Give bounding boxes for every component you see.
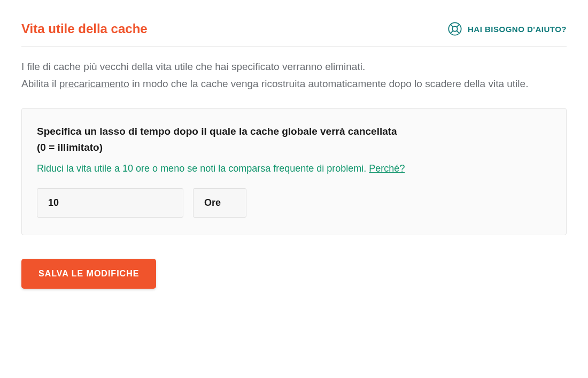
help-link-label: HAI BISOGNO D'AIUTO? bbox=[468, 25, 567, 34]
panel-description: I file di cache più vecchi della vita ut… bbox=[21, 58, 567, 93]
cache-lifespan-panel: Vita utile della cache HAI BISOGNO D'AIU… bbox=[21, 21, 567, 289]
lifespan-unit-select[interactable]: Ore bbox=[193, 188, 246, 218]
description-line2-prefix: Abilita il bbox=[21, 78, 59, 89]
svg-point-1 bbox=[452, 26, 457, 31]
lifespan-value-input[interactable] bbox=[37, 188, 183, 218]
settings-hint: Riduci la vita utile a 10 ore o meno se … bbox=[37, 163, 551, 174]
help-icon bbox=[447, 21, 462, 36]
svg-line-5 bbox=[457, 30, 459, 33]
panel-title: Vita utile della cache bbox=[21, 21, 148, 36]
why-link[interactable]: Perché? bbox=[369, 163, 405, 174]
description-line1: I file di cache più vecchi della vita ut… bbox=[21, 61, 365, 72]
lifespan-inputs: Ore bbox=[37, 188, 551, 218]
lifespan-settings-box: Specifica un lasso di tempo dopo il qual… bbox=[21, 108, 567, 236]
svg-line-4 bbox=[451, 30, 453, 33]
preload-link[interactable]: precaricamento bbox=[59, 78, 129, 89]
help-link[interactable]: HAI BISOGNO D'AIUTO? bbox=[447, 21, 567, 36]
settings-heading: Specifica un lasso di tempo dopo il qual… bbox=[37, 124, 551, 156]
svg-line-2 bbox=[451, 25, 453, 27]
svg-point-0 bbox=[448, 22, 461, 35]
svg-line-3 bbox=[457, 25, 459, 27]
panel-header: Vita utile della cache HAI BISOGNO D'AIU… bbox=[21, 21, 567, 47]
description-line2-suffix: in modo che la cache venga ricostruita a… bbox=[129, 78, 529, 89]
hint-text: Riduci la vita utile a 10 ore o meno se … bbox=[37, 163, 369, 174]
settings-heading-line1: Specifica un lasso di tempo dopo il qual… bbox=[37, 126, 397, 137]
save-button[interactable]: SALVA LE MODIFICHE bbox=[21, 259, 156, 289]
settings-heading-line2: (0 = illimitato) bbox=[37, 142, 103, 153]
